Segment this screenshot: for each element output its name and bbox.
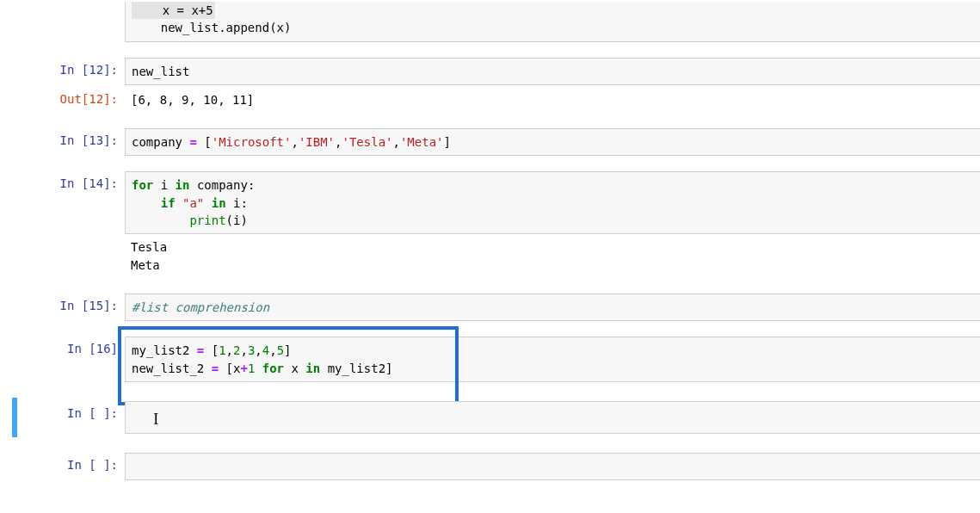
selection-bar-icon [12,398,17,437]
prompt-in: In [13]: [0,128,125,147]
prompt-in: In [12]: [0,58,125,77]
comment-text: #list comprehension [132,300,269,314]
code-text: ] [284,343,291,357]
code-text: new_list [132,65,189,78]
code-text: i [153,178,175,192]
builtin-print: print [189,213,225,227]
output-text: [6, 8, 9, 10, 11] [125,87,980,113]
number-literal: 5 [277,343,284,357]
cell-partial-top: x = x+5 new_list.append(x) [0,2,980,42]
code-text [132,213,189,227]
number-literal: 1 [219,343,225,357]
op-plus: + [240,362,247,375]
output-line: Tesla [131,240,167,254]
code-text: new_list.append(x) [132,21,291,34]
cell-13: In [13]: company = ['Microsoft','IBM','T… [0,128,980,156]
code-input[interactable]: for i in company: if "a" in i: print(i) [125,171,980,234]
code-text: , [269,343,276,357]
code-input[interactable] [125,453,980,480]
code-text: my_list2] [320,362,392,375]
code-text: , [291,135,298,149]
prompt-in: In [14]: [0,171,125,190]
code-text: x = x+5 [133,3,213,17]
prompt-in: In [15]: [0,294,125,312]
cell-16: In [16] my_list2 = [1,2,3,4,5] new_list_… [0,337,980,382]
keyword-in: in [305,362,320,375]
keyword-in: in [212,196,226,210]
number-literal: 4 [262,343,269,357]
keyword-for: for [262,362,284,375]
code-text: x [284,362,305,375]
code-text: , [226,343,233,357]
code-text: [ [204,343,219,357]
string-literal: "a" [182,196,204,210]
code-text [132,196,161,210]
cell-empty-selected[interactable]: In [ ]: I [0,398,980,437]
code-text: [ [197,135,212,149]
code-input[interactable]: I [125,401,980,434]
code-text: i: [226,196,248,210]
cell-15: In [15]: #list comprehension [0,294,980,321]
code-text [176,196,182,210]
keyword-for: for [132,178,153,192]
code-input[interactable]: company = ['Microsoft','IBM','Tesla','Me… [125,128,980,156]
code-text [255,362,262,375]
op-equals: = [189,135,196,149]
output-line: Meta [131,258,160,272]
code-text: [x [219,362,240,375]
cell-12-out: Out[12]: [6, 8, 9, 10, 11] [0,87,980,113]
prompt-in: In [16] [0,337,125,355]
code-text: company [132,135,189,149]
code-input[interactable]: x = x+5 new_list.append(x) [125,2,980,42]
keyword-in: in [176,178,190,192]
op-equals: = [212,362,219,375]
code-input[interactable]: new_list [125,58,980,85]
string-literal: 'IBM' [299,135,335,149]
code-input[interactable]: #list comprehension [125,294,980,321]
string-literal: 'Tesla' [342,135,392,149]
code-text: , [393,135,400,149]
code-input[interactable]: my_list2 = [1,2,3,4,5] new_list_2 = [x+1… [125,337,980,382]
prompt-out: Out[12]: [0,87,125,106]
code-text: , [240,343,247,357]
cell-14: In [14]: for i in company: if "a" in i: … [0,171,980,277]
code-text [204,196,211,210]
cell-empty-2: In [ ]: [0,453,980,480]
prompt-in: In [ ]: [0,453,125,472]
code-text: my_list2 [132,343,197,357]
cell-12-in: In [12]: new_list [0,58,980,85]
prompt-area [0,2,125,7]
notebook: x = x+5 new_list.append(x) In [12]: new_… [0,2,980,480]
text-cursor-icon: I [153,411,158,428]
code-text: (i) [226,213,248,227]
code-text: ] [444,135,451,149]
string-literal: 'Meta' [400,135,444,149]
code-text: , [255,343,262,357]
prompt-in: In [ ]: [0,401,125,420]
code-text: company: [189,178,255,192]
output-text: Tesla Meta [125,234,980,278]
keyword-if: if [161,196,176,210]
string-literal: 'Microsoft' [212,135,292,149]
code-text: new_list_2 [132,362,212,375]
